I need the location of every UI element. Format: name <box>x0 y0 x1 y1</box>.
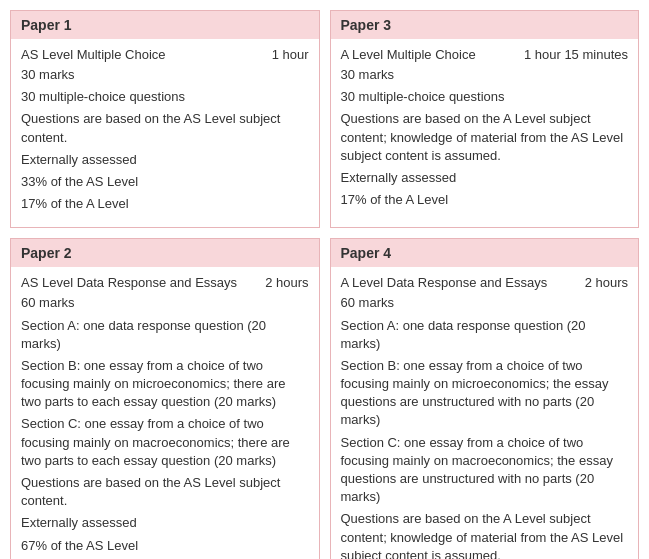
paper2-line-2: Section B: one essay from a choice of tw… <box>21 357 309 412</box>
paper2-line-3: Section C: one essay from a choice of tw… <box>21 415 309 470</box>
paper3-line-1: 30 multiple-choice questions <box>341 88 629 106</box>
paper4-line-2: Section B: one essay from a choice of tw… <box>341 357 629 430</box>
paper2-line-1: Section A: one data response question (2… <box>21 317 309 353</box>
paper1-line-5: 17% of the A Level <box>21 195 309 213</box>
paper1-duration: 1 hour <box>272 47 309 62</box>
paper1-line-0: 30 marks <box>21 66 309 84</box>
paper4-line-0: 60 marks <box>341 294 629 312</box>
card-paper2: Paper 2AS Level Data Response and Essays… <box>10 238 320 559</box>
paper4-line-1: Section A: one data response question (2… <box>341 317 629 353</box>
paper2-line-4: Questions are based on the AS Level subj… <box>21 474 309 510</box>
paper4-line-4: Questions are based on the A Level subje… <box>341 510 629 559</box>
paper2-body: AS Level Data Response and Essays2 hours… <box>11 267 319 559</box>
card-paper1: Paper 1AS Level Multiple Choice1 hour30 … <box>10 10 320 228</box>
paper1-title: AS Level Multiple Choice <box>21 47 166 62</box>
paper1-line-1: 30 multiple-choice questions <box>21 88 309 106</box>
paper4-body: A Level Data Response and Essays2 hours6… <box>331 267 639 559</box>
paper3-title-row: A Level Multiple Choice1 hour 15 minutes <box>341 47 629 62</box>
paper4-duration: 2 hours <box>585 275 628 290</box>
paper3-header: Paper 3 <box>331 11 639 39</box>
papers-grid: Paper 1AS Level Multiple Choice1 hour30 … <box>0 0 649 559</box>
paper2-line-5: Externally assessed <box>21 514 309 532</box>
paper2-duration: 2 hours <box>265 275 308 290</box>
paper4-line-3: Section C: one essay from a choice of tw… <box>341 434 629 507</box>
paper1-title-row: AS Level Multiple Choice1 hour <box>21 47 309 62</box>
paper3-title: A Level Multiple Choice <box>341 47 476 62</box>
paper4-title: A Level Data Response and Essays <box>341 275 548 290</box>
paper1-line-4: 33% of the AS Level <box>21 173 309 191</box>
paper2-line-0: 60 marks <box>21 294 309 312</box>
paper3-line-0: 30 marks <box>341 66 629 84</box>
paper3-line-3: Externally assessed <box>341 169 629 187</box>
card-paper4: Paper 4A Level Data Response and Essays2… <box>330 238 640 559</box>
paper2-title-row: AS Level Data Response and Essays2 hours <box>21 275 309 290</box>
paper3-body: A Level Multiple Choice1 hour 15 minutes… <box>331 39 639 223</box>
paper4-title-row: A Level Data Response and Essays2 hours <box>341 275 629 290</box>
paper2-line-6: 67% of the AS Level <box>21 537 309 555</box>
paper3-line-4: 17% of the A Level <box>341 191 629 209</box>
paper3-line-2: Questions are based on the A Level subje… <box>341 110 629 165</box>
paper4-header: Paper 4 <box>331 239 639 267</box>
card-paper3: Paper 3A Level Multiple Choice1 hour 15 … <box>330 10 640 228</box>
paper2-header: Paper 2 <box>11 239 319 267</box>
paper1-body: AS Level Multiple Choice1 hour30 marks30… <box>11 39 319 227</box>
paper2-title: AS Level Data Response and Essays <box>21 275 237 290</box>
paper3-duration: 1 hour 15 minutes <box>524 47 628 62</box>
paper1-header: Paper 1 <box>11 11 319 39</box>
paper1-line-2: Questions are based on the AS Level subj… <box>21 110 309 146</box>
paper1-line-3: Externally assessed <box>21 151 309 169</box>
